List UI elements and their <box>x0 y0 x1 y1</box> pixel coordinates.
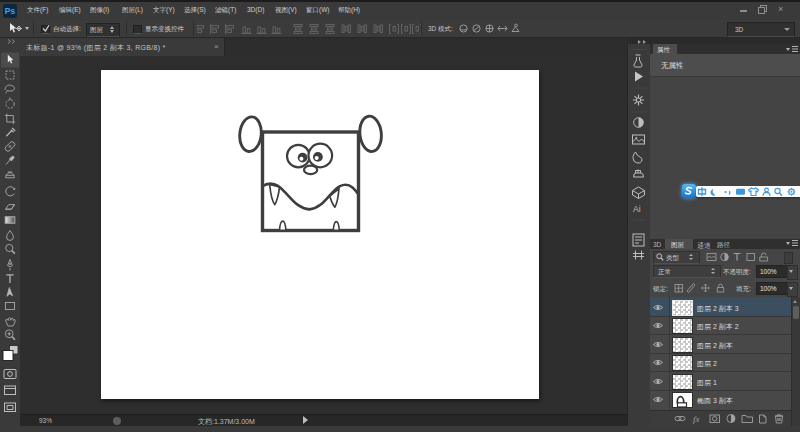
svg-text:fx: fx <box>693 414 700 424</box>
svg-text:Ai: Ai <box>633 204 641 214</box>
